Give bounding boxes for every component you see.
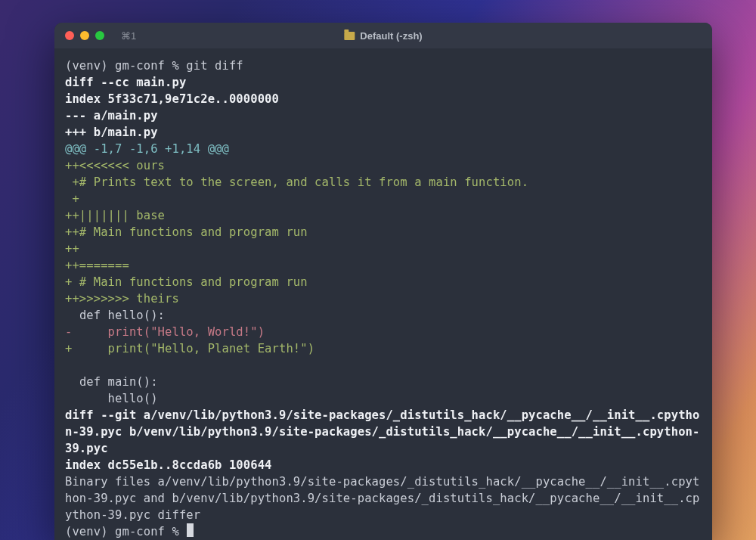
terminal-line: index dc55e1b..8ccda6b 100644 bbox=[65, 457, 702, 473]
terminal-line: ++<<<<<<< ours bbox=[65, 157, 702, 174]
cursor-icon bbox=[187, 523, 194, 537]
window-titlebar[interactable]: ⌘1 Default (-zsh) bbox=[54, 23, 712, 48]
traffic-lights bbox=[65, 31, 104, 40]
terminal-line bbox=[65, 357, 702, 374]
terminal-line: ++ bbox=[65, 241, 702, 257]
close-icon[interactable] bbox=[65, 31, 74, 40]
terminal-line: + bbox=[65, 191, 702, 207]
terminal-line: + print("Hello, Planet Earth!") bbox=[65, 340, 702, 357]
terminal-window: ⌘1 Default (-zsh) (venv) gm-conf % git d… bbox=[54, 23, 712, 540]
terminal-content[interactable]: (venv) gm-conf % git diffdiff --cc main.… bbox=[54, 48, 712, 540]
terminal-line: ++# Main functions and program run bbox=[65, 224, 702, 241]
terminal-line: Binary files a/venv/lib/python3.9/site-p… bbox=[65, 473, 702, 523]
minimize-icon[interactable] bbox=[80, 31, 89, 40]
terminal-line: + # Main functions and program run bbox=[65, 274, 702, 290]
window-title: Default (-zsh) bbox=[360, 30, 422, 42]
window-title-group: Default (-zsh) bbox=[344, 30, 422, 42]
terminal-line: index 5f33c71,9e71c2e..0000000 bbox=[65, 91, 702, 107]
terminal-line: @@@ -1,7 -1,6 +1,14 @@@ bbox=[65, 141, 702, 157]
terminal-line: ++======= bbox=[65, 257, 702, 274]
desktop-background: ⌘1 Default (-zsh) (venv) gm-conf % git d… bbox=[0, 0, 756, 540]
terminal-line: hello() bbox=[65, 390, 702, 407]
terminal-line: - print("Hello, World!") bbox=[65, 324, 702, 340]
terminal-line: +# Prints text to the screen, and calls … bbox=[65, 174, 702, 191]
tab-shortcut-hint: ⌘1 bbox=[121, 30, 136, 42]
terminal-prompt[interactable]: (venv) gm-conf % bbox=[65, 523, 702, 540]
terminal-line: ++||||||| base bbox=[65, 207, 702, 224]
terminal-line: def main(): bbox=[65, 374, 702, 390]
terminal-line: diff --git a/venv/lib/python3.9/site-pac… bbox=[65, 407, 702, 457]
terminal-line: +++ b/main.py bbox=[65, 124, 702, 141]
terminal-line: --- a/main.py bbox=[65, 107, 702, 124]
terminal-line: def hello(): bbox=[65, 307, 702, 324]
terminal-line: (venv) gm-conf % git diff bbox=[65, 57, 702, 74]
folder-icon bbox=[344, 32, 355, 40]
terminal-line: diff --cc main.py bbox=[65, 74, 702, 91]
terminal-line: ++>>>>>>> theirs bbox=[65, 290, 702, 307]
maximize-icon[interactable] bbox=[95, 31, 104, 40]
